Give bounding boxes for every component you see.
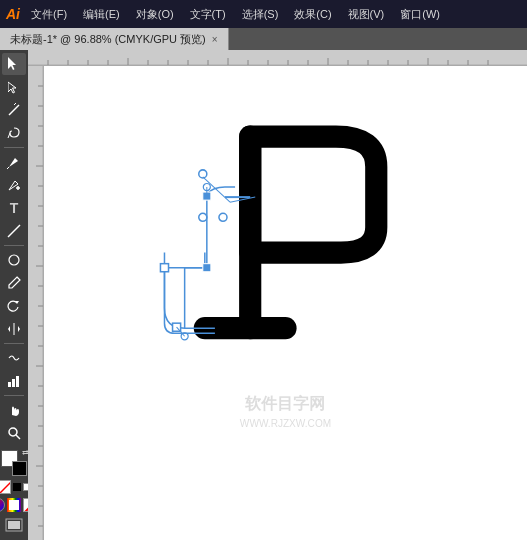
- menu-file[interactable]: 文件(F): [28, 5, 70, 24]
- stroke-box[interactable]: [12, 461, 27, 476]
- black-swatch[interactable]: [13, 483, 21, 491]
- active-tab[interactable]: 未标题-1* @ 96.88% (CMYK/GPU 预览) ×: [0, 28, 229, 50]
- separator-2: [4, 245, 24, 246]
- ellipse-tool[interactable]: [2, 249, 26, 271]
- swap-colors-icon[interactable]: ⇄: [22, 448, 29, 457]
- line-tool[interactable]: [2, 220, 26, 242]
- svg-line-5: [7, 167, 9, 169]
- svg-marker-0: [8, 57, 16, 70]
- svg-marker-1: [8, 82, 16, 93]
- rotate-tool[interactable]: [2, 295, 26, 317]
- svg-rect-14: [8, 382, 11, 387]
- magic-wand-tool[interactable]: [2, 99, 26, 121]
- main-area: T: [0, 50, 527, 540]
- svg-rect-80: [203, 264, 211, 272]
- tab-bar: 未标题-1* @ 96.88% (CMYK/GPU 预览) ×: [0, 28, 527, 50]
- svg-line-2: [9, 105, 19, 115]
- warp-tool[interactable]: [2, 347, 26, 369]
- svg-text:WWW.RJZXW.COM: WWW.RJZXW.COM: [240, 418, 331, 429]
- lasso-tool[interactable]: [2, 122, 26, 144]
- svg-marker-10: [15, 301, 19, 304]
- svg-text:软件目字网: 软件目字网: [244, 394, 325, 412]
- reflect-tool[interactable]: [2, 318, 26, 340]
- svg-marker-13: [18, 326, 20, 332]
- artboard-icon: [3, 516, 25, 534]
- menu-bar: 文件(F) 编辑(E) 对象(O) 文字(T) 选择(S) 效果(C) 视图(V…: [28, 5, 443, 24]
- tab-close-button[interactable]: ×: [212, 34, 218, 45]
- selection-tool[interactable]: [2, 53, 26, 75]
- menu-edit[interactable]: 编辑(E): [80, 5, 123, 24]
- svg-point-77: [219, 213, 227, 221]
- pen-tool[interactable]: [2, 151, 26, 173]
- gradient-icon[interactable]: [7, 498, 21, 512]
- tab-label: 未标题-1* @ 96.88% (CMYK/GPU 预览): [10, 32, 206, 47]
- svg-line-19: [0, 481, 11, 494]
- svg-rect-22: [8, 521, 20, 529]
- color-mode-icon[interactable]: [0, 498, 5, 512]
- svg-line-18: [16, 435, 20, 439]
- zoom-tool[interactable]: [2, 422, 26, 444]
- svg-point-76: [199, 213, 207, 221]
- svg-point-17: [9, 428, 17, 436]
- toolbar: T: [0, 50, 28, 540]
- direct-selection-tool[interactable]: [2, 76, 26, 98]
- hand-tool[interactable]: [2, 399, 26, 421]
- ruler-left: [28, 66, 44, 540]
- ai-logo: Ai: [6, 6, 20, 22]
- svg-point-75: [199, 170, 207, 178]
- menu-view[interactable]: 视图(V): [345, 5, 388, 24]
- canvas-area[interactable]: 软件目字网 WWW.RJZXW.COM: [28, 50, 527, 540]
- ruler-top: [28, 50, 527, 66]
- separator-1: [4, 147, 24, 148]
- svg-marker-12: [8, 326, 10, 332]
- menu-window[interactable]: 窗口(W): [397, 5, 443, 24]
- svg-line-4: [8, 133, 10, 138]
- menu-effect[interactable]: 效果(C): [291, 5, 334, 24]
- type-tool[interactable]: T: [2, 197, 26, 219]
- menu-select[interactable]: 选择(S): [239, 5, 282, 24]
- drawing-svg: 软件目字网 WWW.RJZXW.COM: [44, 66, 527, 540]
- svg-line-3: [14, 103, 16, 105]
- fill-stroke-boxes[interactable]: ⇄: [1, 450, 27, 476]
- none-swatch[interactable]: [0, 480, 11, 494]
- svg-point-9: [9, 255, 19, 265]
- svg-rect-79: [160, 264, 168, 272]
- svg-rect-16: [16, 376, 19, 387]
- svg-rect-15: [12, 379, 15, 387]
- menu-type[interactable]: 文字(T): [187, 5, 229, 24]
- menu-object[interactable]: 对象(O): [133, 5, 177, 24]
- svg-line-8: [8, 225, 20, 237]
- graph-tool[interactable]: [2, 370, 26, 392]
- paintbrush-tool[interactable]: [2, 272, 26, 294]
- separator-3: [4, 343, 24, 344]
- title-bar: Ai 文件(F) 编辑(E) 对象(O) 文字(T) 选择(S) 效果(C) 视…: [0, 0, 527, 28]
- add-anchor-tool[interactable]: [2, 174, 26, 196]
- canvas[interactable]: 软件目字网 WWW.RJZXW.COM: [44, 66, 527, 540]
- separator-4: [4, 395, 24, 396]
